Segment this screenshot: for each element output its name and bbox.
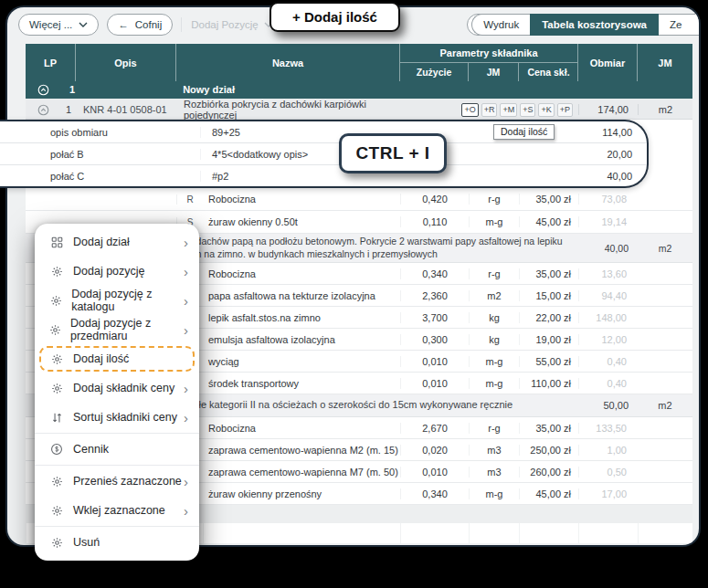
measurement-row[interactable]: połać C #p2 40,00 (0, 165, 647, 186)
position-name: Rozbiórka pokrycia z dachówki karpiówki … (176, 99, 400, 121)
position-row[interactable]: 1 KNR 4-01 0508-01 Rozbiórka pokrycia z … (26, 99, 692, 120)
menu-item-dodaj-dzial[interactable]: Dodaj dział › (35, 227, 199, 257)
table-header: LP Opis Nazwa Parametry składnika Zużyci… (26, 44, 692, 80)
add-k-button[interactable]: +K (538, 103, 554, 117)
component-unit: r-g (469, 423, 519, 434)
col-header-jm2: JM (638, 44, 692, 81)
menu-item-usun[interactable]: Usuń (35, 528, 199, 557)
add-m-button[interactable]: +M (500, 103, 517, 117)
col-header-parametry: Parametry składnika Zużycie JM Cena skł. (400, 44, 578, 81)
gear-icon (49, 266, 64, 278)
measurement-label: połać B (0, 149, 201, 160)
menu-item-dodaj-pozycje[interactable]: Dodaj pozycję › (35, 257, 199, 286)
position-code: KNR 4-01 0508-01 (76, 104, 176, 115)
component-price: 35,00 zł (519, 268, 578, 279)
add-position-button[interactable]: Dodaj Pozycję (181, 17, 282, 32)
component-qty: 2,360 (400, 290, 469, 301)
add-p-button[interactable]: +P (557, 103, 573, 117)
component-price: 250,00 zł (519, 445, 578, 456)
component-qty: 0,110 (400, 216, 469, 227)
grid-icon (49, 236, 64, 248)
undo-button[interactable]: ← Cofnij (107, 14, 173, 36)
component-row[interactable]: R Robocizna 0,420 r-g 35,00 zł 73,08 (26, 188, 692, 211)
component-price: 45,00 zł (519, 216, 578, 227)
measurement-label: połać C (0, 171, 201, 182)
tooltip: Dodaj ilość (493, 124, 555, 140)
submenu-arrow-icon: › (184, 236, 188, 249)
menu-item-cennik[interactable]: Cennik (35, 435, 199, 464)
gear-icon (49, 295, 62, 307)
component-unit: kg (469, 334, 519, 345)
menu-item-dodaj-ilosc[interactable]: Dodaj ilość (35, 344, 199, 373)
component-price: 35,00 zł (519, 194, 578, 205)
component-price: 55,00 zł (519, 356, 578, 367)
measurement-row[interactable]: połać B 4*5<dodatkowy opis> 20,00 (0, 143, 647, 165)
menu-item-label: Usuń (73, 536, 100, 549)
position-description: zwykłe kategorii II na ościeżach o szero… (176, 399, 578, 412)
gear-icon (49, 476, 64, 488)
menu-item-label: Cennik (73, 443, 109, 456)
component-total: 73,08 (578, 194, 638, 205)
component-qty: 3,700 (400, 312, 469, 323)
col-header-cena: Cena skł. (519, 63, 578, 81)
tab-cost-table[interactable]: Tabela kosztorysowa (530, 14, 659, 36)
menu-divider (35, 465, 199, 466)
component-type-letter: R (176, 194, 203, 205)
menu-divider (35, 433, 199, 434)
add-quantity-callout: + Dodaj ilość (269, 2, 400, 32)
measurement-value: 20,00 (550, 149, 647, 160)
col-header-zuzycie: Zużycie (400, 63, 469, 81)
gear-icon (49, 324, 61, 336)
component-name: lepik asfalt.stos.na zimno (203, 312, 400, 323)
component-name: żuraw okienny 0.50t (203, 216, 400, 227)
submenu-arrow-icon: › (184, 504, 188, 518)
component-name: środek transportowy (203, 378, 400, 389)
add-s-button[interactable]: +S (520, 103, 535, 117)
section-obmiar: 50,00 (578, 400, 638, 411)
menu-item-label: Dodaj pozycję (73, 265, 145, 278)
col-header-jm: JM (469, 63, 519, 81)
component-unit: kg (469, 312, 519, 323)
component-name: emulsja asfaltowa izolacyjna (203, 334, 400, 345)
component-total: 0,40 (578, 378, 638, 389)
section-group-row[interactable]: 1 Nowy dział (26, 80, 692, 99)
component-total: 148,00 (578, 312, 638, 323)
component-total: 0,50 (578, 467, 638, 478)
component-qty: 0,010 (400, 378, 469, 389)
tab-summary-clipped[interactable]: Ze (659, 14, 699, 36)
dzial-name: Nowy dział (183, 84, 235, 95)
component-total: 13,60 (578, 268, 638, 279)
menu-item-dodaj-skladnik-ceny[interactable]: Dodaj składnik ceny › (35, 373, 199, 403)
collapse-circle-icon[interactable] (37, 84, 49, 96)
component-total: 17,00 (578, 488, 638, 499)
menu-item-label: Przenieś zaznaczone (73, 475, 182, 488)
menu-item-dodaj-pozycje-z-katalogu[interactable]: Dodaj pozycję z katalogu › (35, 286, 199, 315)
more-button[interactable]: Więcej ... (18, 14, 99, 36)
chevron-down-icon (79, 22, 88, 27)
add-r-button[interactable]: +R (481, 103, 498, 117)
menu-item-wklej-zaznaczone[interactable]: Wklej zaznaczone › (35, 496, 199, 525)
menu-item-przenies-zaznaczone[interactable]: Przenieś zaznaczone › (35, 467, 199, 496)
shortcut-callout: CTRL + I (339, 133, 447, 173)
dzial-number: 1 (69, 84, 75, 95)
parametry-label: Parametry składnika (400, 44, 577, 62)
component-unit: m-g (469, 356, 519, 367)
menu-item-label: Dodaj ilość (73, 352, 129, 365)
submenu-arrow-icon: › (184, 382, 188, 395)
position-lp-cell: 1 (26, 104, 76, 116)
position-lp: 1 (66, 104, 71, 115)
menu-item-dodaj-pozycje-z-przedmiaru[interactable]: Dodaj pozycje z przedmiaru › (35, 315, 199, 344)
col-header-lp: LP (26, 44, 76, 81)
collapse-circle-icon[interactable] (37, 104, 49, 116)
measurement-label: opis obmiaru (0, 127, 201, 138)
component-price: 110,00 zł (519, 378, 578, 389)
menu-item-label: Dodaj pozycję z katalogu (71, 288, 184, 313)
undo-button-label: Cofnij (135, 19, 162, 30)
add-o-button[interactable]: +O (461, 103, 478, 117)
component-price: 45,00 zł (519, 488, 578, 499)
tab-print[interactable]: Wydruk (471, 14, 530, 36)
menu-item-sortuj-skladniki[interactable]: Sortuj składniki ceny › (35, 403, 199, 432)
col-header-opis: Opis (76, 44, 176, 81)
component-unit: m-g (469, 488, 519, 499)
component-qty: 0,420 (400, 194, 469, 205)
